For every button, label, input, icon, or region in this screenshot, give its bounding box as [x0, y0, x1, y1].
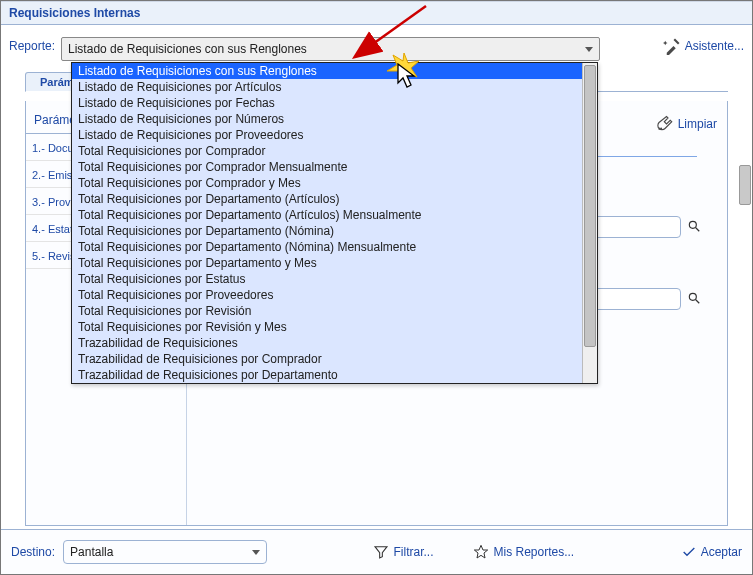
filtrar-button[interactable]: Filtrar... [373, 544, 433, 560]
asistente-label: Asistente... [685, 39, 744, 53]
search-icon[interactable] [687, 219, 701, 236]
wizard-icon [663, 37, 681, 55]
requisitions-window: Requisiciones Internas Reporte: Listado … [0, 0, 753, 575]
svg-point-2 [689, 293, 696, 300]
window-header: Requisiciones Internas [1, 1, 752, 25]
reporte-option[interactable]: Total Requisiciones por Departamento (Ar… [72, 191, 597, 207]
mis-reportes-button[interactable]: Mis Reportes... [473, 544, 574, 560]
chevron-down-icon [252, 550, 260, 555]
reporte-option[interactable]: Total Requisiciones por Departamento (Nó… [72, 239, 597, 255]
dropdown-scrollbar-thumb[interactable] [584, 65, 596, 347]
reporte-option[interactable]: Total Requisiciones por Departamento y M… [72, 255, 597, 271]
reporte-option[interactable]: Total Requisiciones por Comprador [72, 143, 597, 159]
dropdown-scrollbar[interactable] [582, 63, 597, 383]
bottom-buttons: Filtrar... Mis Reportes... [267, 544, 681, 560]
broom-icon [656, 115, 674, 133]
star-icon [473, 544, 489, 560]
reporte-select[interactable]: Listado de Requisiciones con sus Renglon… [61, 37, 600, 61]
mis-reportes-label: Mis Reportes... [493, 545, 574, 559]
reporte-option[interactable]: Listado de Requisiciones por Números [72, 111, 597, 127]
reporte-option[interactable]: Listado de Requisiciones con sus Renglon… [72, 63, 597, 79]
aceptar-label: Aceptar [701, 545, 742, 559]
limpiar-button[interactable]: Limpiar [656, 115, 717, 133]
reporte-select-value: Listado de Requisiciones con sus Renglon… [68, 42, 307, 56]
bottom-bar: Destino: Pantalla Filtrar... Mis Reporte… [1, 529, 752, 574]
report-selector-row: Reporte: Listado de Requisiciones con su… [1, 25, 752, 65]
reporte-label: Reporte: [9, 39, 55, 53]
reporte-dropdown-open[interactable]: Listado de Requisiciones con sus Renglon… [71, 62, 598, 384]
aceptar-button[interactable]: Aceptar [681, 544, 742, 560]
reporte-option[interactable]: Listado de Requisiciones por Artículos [72, 79, 597, 95]
page-title: Requisiciones Internas [9, 6, 140, 20]
reporte-option[interactable]: Trazabilidad de Requisiciones por Compra… [72, 351, 597, 367]
check-icon [681, 544, 697, 560]
scrollbar[interactable] [739, 165, 751, 205]
limpiar-label: Limpiar [678, 117, 717, 131]
svg-point-0 [689, 221, 696, 228]
destino-value: Pantalla [70, 545, 113, 559]
reporte-option[interactable]: Total Requisiciones por Revisión y Mes [72, 319, 597, 335]
reporte-option[interactable]: Total Requisiciones por Estatus [72, 271, 597, 287]
reporte-dropdown-list: Listado de Requisiciones con sus Renglon… [72, 63, 597, 383]
filtrar-label: Filtrar... [393, 545, 433, 559]
search-icon[interactable] [687, 291, 701, 308]
reporte-option[interactable]: Listado de Requisiciones por Proveedores [72, 127, 597, 143]
reporte-option[interactable]: Listado de Requisiciones por Fechas [72, 95, 597, 111]
reporte-option[interactable]: Trazabilidad de Requisiciones [72, 335, 597, 351]
destino-label: Destino: [11, 545, 55, 559]
destino-select[interactable]: Pantalla [63, 540, 267, 564]
reporte-option[interactable]: Total Requisiciones por Departamento (Ar… [72, 207, 597, 223]
asistente-button[interactable]: Asistente... [663, 37, 744, 55]
reporte-option[interactable]: Total Requisiciones por Comprador y Mes [72, 175, 597, 191]
reporte-option[interactable]: Trazabilidad de Requisiciones por Depart… [72, 367, 597, 383]
chevron-down-icon [585, 47, 593, 52]
filter-icon [373, 544, 389, 560]
svg-line-3 [696, 299, 700, 303]
svg-line-1 [696, 227, 700, 231]
reporte-option[interactable]: Total Requisiciones por Proveedores [72, 287, 597, 303]
reporte-option[interactable]: Total Requisiciones por Revisión [72, 303, 597, 319]
reporte-option[interactable]: Total Requisiciones por Comprador Mensua… [72, 159, 597, 175]
reporte-option[interactable]: Total Requisiciones por Departamento (Nó… [72, 223, 597, 239]
